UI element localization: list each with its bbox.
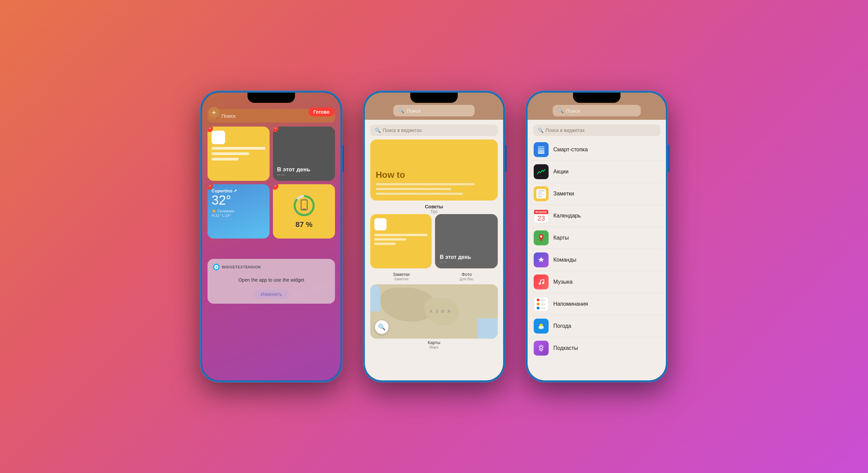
telegram-logo bbox=[213, 264, 220, 270]
p3-ws-icon: 🔍 bbox=[538, 128, 544, 133]
shortcuts-name: Команды bbox=[553, 257, 576, 263]
ws-notes-widget[interactable] bbox=[370, 214, 432, 268]
telegram-change-button[interactable]: Изменить bbox=[254, 289, 289, 299]
stocks-icon bbox=[534, 164, 549, 179]
onthisday-widget[interactable]: − В этот день — — bbox=[273, 127, 335, 181]
weather-app-icon bbox=[534, 319, 549, 334]
music-name: Музыка bbox=[553, 279, 573, 285]
map-water-2 bbox=[477, 318, 498, 339]
app-row-shortcuts[interactable]: Команды bbox=[532, 249, 662, 271]
svg-rect-4 bbox=[538, 146, 545, 148]
telegram-header: WIDGETEXTENSION bbox=[213, 264, 330, 270]
ws-search-icon: 🔍 bbox=[375, 128, 381, 133]
notes-sublabel-text: Заметка bbox=[370, 277, 432, 281]
map-region-label: А З И Я bbox=[430, 309, 451, 314]
notes-line-3 bbox=[212, 158, 239, 160]
phone-3: 🔍 Поиск 🔍 Поиск в виджетах bbox=[526, 91, 668, 382]
weather-hi-lo: H:31° L:14° bbox=[212, 213, 265, 217]
shortcuts-icon bbox=[534, 252, 549, 267]
maps-name: Карты bbox=[553, 235, 569, 241]
svg-point-10 bbox=[542, 282, 544, 284]
search-placeholder: Поиск bbox=[221, 113, 236, 119]
app-row-smartstack[interactable]: Смарт-стопка bbox=[532, 139, 662, 161]
notes-widget-content bbox=[208, 127, 270, 181]
ws-photos-label: Фото Для Вас bbox=[436, 272, 498, 281]
tips-name: Советы bbox=[365, 204, 503, 209]
svg-rect-6 bbox=[538, 150, 545, 152]
svg-rect-2 bbox=[301, 200, 307, 210]
notes-widget[interactable]: − bbox=[208, 127, 270, 181]
app-row-reminders[interactable]: Напоминания bbox=[532, 293, 662, 315]
battery-circle bbox=[292, 194, 316, 217]
p3-widget-search[interactable]: 🔍 Поиск в виджетах bbox=[533, 125, 660, 136]
photos-label-text: Фото bbox=[436, 272, 498, 277]
svg-point-13 bbox=[540, 346, 542, 349]
ws-photos-widget[interactable]: В этот день — — bbox=[435, 214, 498, 268]
app-row-music[interactable]: Музыка bbox=[532, 271, 662, 293]
calendar-name: Календарь bbox=[553, 213, 581, 219]
app-row-weather[interactable]: Погода bbox=[532, 315, 662, 337]
notes-line-1 bbox=[212, 147, 265, 150]
podcasts-name: Подкасты bbox=[553, 345, 578, 351]
add-widget-button[interactable]: + bbox=[208, 107, 220, 118]
notes-app-icon bbox=[534, 186, 549, 201]
smartstack-icon bbox=[534, 142, 549, 157]
telegram-label: WIDGETEXTENSION bbox=[222, 265, 261, 269]
podcasts-icon bbox=[534, 341, 549, 356]
onthisday-widget-content: В этот день — — bbox=[273, 127, 335, 181]
ws-map-bg: А З И Я 🔍 bbox=[370, 284, 498, 339]
ws-maps-sublabel: Maps bbox=[365, 345, 503, 349]
done-label: Готово bbox=[313, 109, 330, 115]
ws-row-labels: Заметки Заметка Фото Для Вас bbox=[370, 272, 498, 281]
weather-widget-content: Cupertino ↗ 32° ☀️ Солнечно H:31° L:14° bbox=[208, 184, 270, 239]
reminders-icon bbox=[534, 297, 549, 311]
ws-notes-photos-row: В этот день — — bbox=[370, 214, 498, 268]
onthisday-label: В этот день bbox=[277, 166, 310, 173]
photos-sublabel-text: Для Вас bbox=[436, 277, 498, 281]
ws-widget-search[interactable]: 🔍 Поиск в виджетах bbox=[370, 125, 498, 136]
phone-1-background: + 🔍 Поиск Готово − bbox=[202, 93, 340, 380]
battery-percentage: 87 % bbox=[295, 220, 312, 229]
tips-widget[interactable]: How to bbox=[370, 139, 498, 201]
ws-notes-icon bbox=[374, 218, 387, 230]
svg-rect-5 bbox=[538, 148, 545, 150]
phone-1: + 🔍 Поиск Готово − bbox=[200, 91, 342, 382]
app-list: Смарт-стопка Акции bbox=[532, 139, 662, 359]
weather-temp: 32° bbox=[212, 193, 265, 208]
ws-maps-widget[interactable]: А З И Я 🔍 bbox=[370, 284, 498, 339]
app-row-podcasts[interactable]: Подкасты bbox=[532, 337, 662, 359]
reminders-name: Напоминания bbox=[553, 301, 588, 307]
ws-top-search[interactable]: 🔍 Поиск bbox=[393, 105, 475, 116]
tips-dashes bbox=[376, 183, 492, 195]
app-row-notes[interactable]: Заметки bbox=[532, 183, 662, 205]
stocks-name: Акции bbox=[553, 169, 569, 175]
notes-app-name: Заметки bbox=[553, 191, 574, 197]
battery-widget[interactable]: − 87 % bbox=[273, 184, 335, 239]
ws-maps-label: Карты bbox=[365, 340, 503, 345]
telegram-message: Open the app to use the widget bbox=[213, 274, 330, 286]
tips-sublabel: Tips bbox=[365, 209, 503, 214]
onthisday-dots: — — bbox=[277, 173, 310, 177]
app-row-maps[interactable]: Карты bbox=[532, 227, 662, 249]
phone-1-screen: + 🔍 Поиск Готово − bbox=[202, 93, 340, 380]
notch-1 bbox=[248, 93, 295, 103]
ws-notes-line-2 bbox=[374, 238, 406, 241]
svg-rect-7 bbox=[538, 152, 545, 154]
ws-photos-text: В этот день bbox=[440, 254, 493, 260]
p3-top-search[interactable]: 🔍 Поиск bbox=[553, 105, 641, 116]
map-search-button[interactable]: 🔍 bbox=[375, 320, 389, 334]
calendar-icon: Вторник 23 bbox=[534, 208, 549, 223]
weather-widget[interactable]: − Cupertino ↗ 32° ☀️ Солнечно H:31° L:14… bbox=[208, 184, 270, 239]
widget-grid: − − В этот день — — bbox=[208, 127, 335, 239]
p3-top-search-label: Поиск bbox=[566, 108, 580, 114]
app-row-stocks[interactable]: Акции bbox=[532, 161, 662, 183]
app-row-calendar[interactable]: Вторник 23 Календарь bbox=[532, 205, 662, 227]
telegram-widget: WIDGETEXTENSION Open the app to use the … bbox=[208, 259, 335, 304]
notch-2 bbox=[410, 93, 458, 103]
notes-line-2 bbox=[212, 152, 249, 155]
phone-3-panel: 🔍 Поиск 🔍 Поиск в виджетах bbox=[528, 93, 666, 380]
maps-icon bbox=[534, 230, 549, 245]
svg-point-8 bbox=[540, 235, 542, 238]
tips-dash-2 bbox=[376, 188, 452, 190]
done-button[interactable]: Готово bbox=[309, 108, 334, 116]
